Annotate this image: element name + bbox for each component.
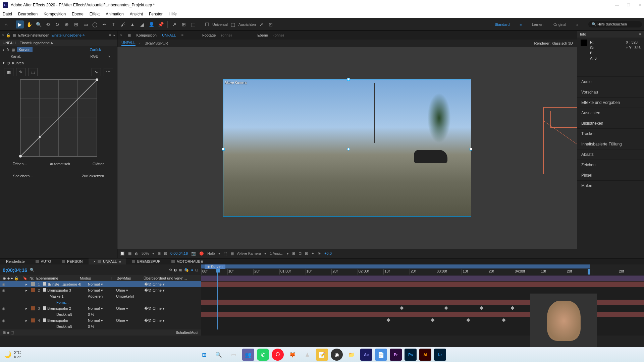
view4-icon[interactable]: ✦ bbox=[311, 251, 314, 256]
start-icon[interactable]: ⊞ bbox=[198, 349, 210, 361]
keyframe[interactable] bbox=[502, 318, 505, 322]
curve-reset-button[interactable]: Zurücksetzen bbox=[79, 173, 107, 179]
timeline-layer[interactable]: ◉ ▸ 4 Bremsqualm Normal ▾ Ohne ▾ �契 Ohne… bbox=[0, 317, 201, 323]
snap-checkbox[interactable]: ☐ bbox=[203, 20, 211, 28]
curve-auto-button[interactable]: Automatisch bbox=[47, 161, 73, 167]
pen-tool-icon[interactable]: ✒ bbox=[100, 20, 108, 28]
region-icon[interactable]: ⬚ bbox=[224, 251, 227, 256]
channel-dropdown[interactable]: RGB bbox=[89, 54, 112, 59]
layer-bar-2[interactable] bbox=[201, 282, 644, 287]
comp-tab-close-icon[interactable]: × bbox=[120, 33, 122, 37]
roto-tool-icon[interactable]: 👤 bbox=[147, 20, 155, 28]
info-panel-title[interactable]: Info bbox=[580, 32, 586, 36]
obs-icon[interactable]: ◉ bbox=[331, 349, 343, 361]
orbit-tool-icon[interactable]: ⟲ bbox=[44, 20, 52, 28]
stamp-tool-icon[interactable]: ▲ bbox=[128, 20, 137, 28]
hand-tool-icon[interactable]: ✋ bbox=[25, 20, 33, 28]
tab-bremsspur[interactable]: BREMSSPUR bbox=[127, 258, 165, 264]
menu-effekt[interactable]: Effekt bbox=[90, 12, 100, 16]
curve-size-icon[interactable]: ⬚ bbox=[28, 68, 38, 76]
curve-edit-icon[interactable]: ▦ bbox=[4, 68, 13, 76]
view2-icon[interactable]: ⊡ bbox=[299, 251, 302, 256]
camera-tool-icon[interactable]: ⊕ bbox=[63, 20, 71, 28]
minimize-button[interactable]: ― bbox=[615, 3, 619, 7]
layer-bar-1[interactable] bbox=[201, 276, 644, 281]
panel-ausrichten[interactable]: Ausrichten bbox=[577, 108, 644, 118]
search-taskbar-icon[interactable]: 🔍 bbox=[213, 349, 225, 361]
tl-icon-1[interactable]: ⟲ bbox=[169, 268, 172, 272]
panel-bibliotheken[interactable]: Bibliotheken bbox=[577, 118, 644, 128]
curves-stopwatch-icon[interactable]: ◷ bbox=[7, 61, 10, 65]
maximize-button[interactable]: ❐ bbox=[627, 3, 630, 7]
transparency-icon[interactable]: ▦ bbox=[230, 251, 234, 256]
curve-save-button[interactable]: Speichern… bbox=[10, 173, 36, 179]
timeline-layer[interactable]: ◉ ▸ 2 Bremsqualm 3 Normal ▾ Ohne ▾ �契 Oh… bbox=[0, 287, 201, 293]
view-axis-icon[interactable]: ⬚ bbox=[189, 20, 197, 28]
viewer-timecode[interactable]: 0;00;04;16 bbox=[170, 251, 188, 255]
timeline-layer[interactable]: Form… bbox=[0, 299, 201, 305]
panel-malen[interactable]: Malen bbox=[577, 180, 644, 191]
panel-audio[interactable]: Audio bbox=[577, 76, 644, 87]
composition-viewer[interactable]: Aktive Kamera bbox=[117, 47, 577, 249]
ebene-label[interactable]: Ebene bbox=[257, 33, 268, 37]
timeline-ruler[interactable]: ◆ Kurven 00f10f20f01:00f10f20f02:00f10f2… bbox=[201, 264, 644, 275]
curve-smooth-button[interactable]: Glätten bbox=[90, 161, 107, 167]
panel-tracker[interactable]: Tracker bbox=[577, 128, 644, 139]
keyframe[interactable] bbox=[466, 318, 470, 322]
home-icon[interactable]: ⌂ bbox=[2, 20, 10, 28]
tab-close-icon[interactable]: × bbox=[2, 33, 4, 37]
breadcrumb-bremsspur[interactable]: BREMSSPUR bbox=[145, 41, 168, 45]
fx-icon[interactable]: fx bbox=[7, 48, 9, 52]
curve-pencil-icon[interactable]: ✎ bbox=[16, 68, 25, 76]
timeline-search-icon[interactable]: 🔍 bbox=[30, 268, 35, 272]
keyframe[interactable] bbox=[511, 306, 514, 310]
panel-expand-icon[interactable]: » bbox=[113, 33, 115, 37]
work-area-bar[interactable] bbox=[201, 264, 590, 268]
effect-toggle-icon[interactable]: ▸ bbox=[3, 48, 5, 52]
playhead[interactable] bbox=[217, 269, 221, 329]
tl-icon-4[interactable]: 🎭 bbox=[184, 268, 189, 272]
header-bewmas[interactable]: BewMas bbox=[115, 276, 142, 280]
effect-visible-icon[interactable]: ▦ bbox=[11, 48, 15, 52]
keyframe[interactable] bbox=[444, 306, 448, 310]
camera-dropdown-icon[interactable]: ▾ bbox=[264, 251, 266, 256]
timeline-layer[interactable]: ◉ ▸ 3 Bremsqualm 2 Normal ▾ Ohne ▾ �契 Oh… bbox=[0, 305, 201, 311]
tab-person[interactable]: PERSON bbox=[57, 258, 87, 264]
comp-tab-menu-icon[interactable]: ≡ bbox=[181, 33, 183, 37]
curve-smooth-icon[interactable]: 〰 bbox=[104, 68, 113, 76]
photoshop-icon[interactable]: Ps bbox=[405, 349, 417, 361]
eraser-tool-icon[interactable]: ◢ bbox=[138, 20, 146, 28]
keyframe[interactable] bbox=[387, 318, 390, 322]
ellipse-tool-icon[interactable]: ◯ bbox=[91, 20, 99, 28]
res-icon[interactable]: ⊞ bbox=[158, 251, 161, 256]
puppet-tool-icon[interactable]: 📌 bbox=[157, 20, 165, 28]
grid-icon[interactable]: ▦ bbox=[128, 251, 131, 256]
snap3-icon[interactable]: ⊡ bbox=[267, 20, 275, 28]
selection-tool-icon[interactable]: ▶ bbox=[16, 20, 24, 28]
app2-icon[interactable]: 📝 bbox=[316, 349, 328, 361]
renderer-value[interactable]: Klassisch 3D bbox=[551, 41, 573, 45]
snap-icon[interactable]: ⬚ bbox=[229, 20, 237, 28]
workspace-original[interactable]: Original bbox=[553, 22, 566, 26]
close-button[interactable]: ✕ bbox=[638, 3, 641, 7]
local-axis-icon[interactable]: ↗ bbox=[170, 20, 178, 28]
header-name[interactable]: Ebenenname bbox=[35, 276, 78, 280]
premiere-icon[interactable]: Pr bbox=[390, 349, 402, 361]
header-modus[interactable]: Modus bbox=[78, 276, 109, 280]
breadcrumb-unfall[interactable]: UNFALL bbox=[121, 41, 136, 46]
rotate-tool-icon[interactable]: ↻ bbox=[53, 20, 61, 28]
curves-graph[interactable] bbox=[20, 79, 97, 157]
info-panel-menu-icon[interactable]: ≡ bbox=[639, 32, 641, 36]
whatsapp-icon[interactable]: ✆ bbox=[257, 349, 269, 361]
views-dropdown-icon[interactable]: ▾ bbox=[287, 251, 289, 256]
views-dropdown[interactable]: 1 Ansi… bbox=[270, 251, 283, 255]
notepad-icon[interactable]: 📄 bbox=[375, 349, 387, 361]
tl-footer-icons[interactable]: ⊞ ◈ ⬚ bbox=[3, 330, 14, 335]
timeline-timecode[interactable]: 0;00;04;16 bbox=[3, 267, 27, 273]
tab-auto[interactable]: AUTO bbox=[31, 258, 56, 264]
explorer-icon[interactable]: 📁 bbox=[345, 349, 358, 361]
menu-ansicht[interactable]: Ansicht bbox=[130, 12, 143, 16]
weather-widget[interactable]: 🌙 2°C Klar bbox=[4, 350, 21, 359]
workspace-lernen[interactable]: Lernen bbox=[532, 22, 543, 26]
ae-taskbar-icon[interactable]: Ae bbox=[360, 349, 372, 361]
